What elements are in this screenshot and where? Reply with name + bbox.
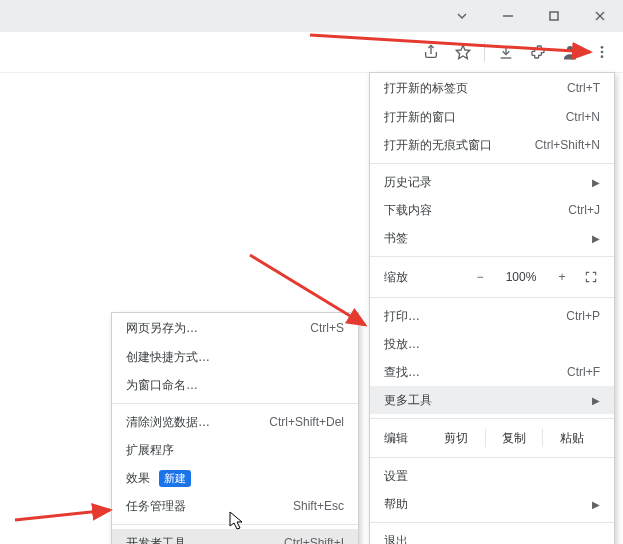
- star-icon[interactable]: [448, 37, 478, 67]
- menu-label: 下载内容: [384, 202, 568, 219]
- toolbar-separator: [484, 42, 485, 62]
- menu-label: 查找…: [384, 364, 567, 381]
- menu-help[interactable]: 帮助 ▶: [370, 490, 614, 518]
- profile-icon[interactable]: [555, 37, 585, 67]
- menu-separator: [370, 297, 614, 298]
- menu-more-tools[interactable]: 更多工具 ▶: [370, 386, 614, 414]
- menu-label: 创建快捷方式…: [126, 349, 344, 366]
- edit-paste-button[interactable]: 粘贴: [542, 429, 600, 447]
- svg-marker-4: [456, 45, 469, 58]
- svg-point-8: [601, 55, 604, 58]
- submenu-arrow-icon: ▶: [592, 177, 600, 188]
- menu-label: 更多工具: [384, 392, 584, 409]
- menu-separator: [112, 524, 358, 525]
- submenu-create-shortcut[interactable]: 创建快捷方式…: [112, 343, 358, 371]
- menu-label: 历史记录: [384, 174, 584, 191]
- menu-label: 打开新的窗口: [384, 109, 566, 126]
- main-menu: 打开新的标签页 Ctrl+T 打开新的窗口 Ctrl+N 打开新的无痕式窗口 C…: [369, 72, 615, 544]
- kebab-menu-icon[interactable]: [587, 37, 617, 67]
- menu-zoom-row: 缩放 − 100% +: [370, 261, 614, 293]
- menu-label: 任务管理器: [126, 498, 293, 515]
- menu-shortcut: Ctrl+J: [568, 203, 600, 217]
- menu-label: 打印…: [384, 308, 566, 325]
- menu-settings[interactable]: 设置: [370, 462, 614, 490]
- menu-cast[interactable]: 投放…: [370, 330, 614, 358]
- menu-label: 打开新的标签页: [384, 80, 567, 97]
- menu-shortcut: Ctrl+T: [567, 81, 600, 95]
- menu-print[interactable]: 打印… Ctrl+P: [370, 302, 614, 330]
- menu-label: 为窗口命名…: [126, 377, 344, 394]
- menu-shortcut: Ctrl+P: [566, 309, 600, 323]
- submenu-performance[interactable]: 效果 新建: [112, 464, 358, 492]
- menu-shortcut: Shift+Esc: [293, 499, 344, 513]
- window-titlebar: [0, 0, 623, 32]
- submenu-arrow-icon: ▶: [592, 395, 600, 406]
- menu-label: 书签: [384, 230, 584, 247]
- more-tools-submenu: 网页另存为… Ctrl+S 创建快捷方式… 为窗口命名… 清除浏览数据… Ctr…: [111, 312, 359, 544]
- menu-separator: [370, 256, 614, 257]
- download-icon[interactable]: [491, 37, 521, 67]
- menu-label: 网页另存为…: [126, 320, 310, 337]
- share-icon[interactable]: [416, 37, 446, 67]
- menu-separator: [370, 418, 614, 419]
- menu-shortcut: Ctrl+Shift+I: [284, 536, 344, 544]
- zoom-percent: 100%: [500, 270, 542, 284]
- window-minimize-button[interactable]: [485, 0, 531, 32]
- menu-edit-row: 编辑 剪切 复制 粘贴: [370, 423, 614, 453]
- menu-new-incognito[interactable]: 打开新的无痕式窗口 Ctrl+Shift+N: [370, 131, 614, 159]
- browser-toolbar: [0, 32, 623, 73]
- menu-label: 扩展程序: [126, 442, 344, 459]
- fullscreen-icon[interactable]: [582, 270, 600, 284]
- toolbar-right-group: [416, 32, 617, 72]
- submenu-extensions[interactable]: 扩展程序: [112, 436, 358, 464]
- submenu-arrow-icon: ▶: [592, 499, 600, 510]
- submenu-arrow-icon: ▶: [592, 233, 600, 244]
- menu-label: 缩放: [384, 269, 408, 286]
- menu-separator: [112, 403, 358, 404]
- menu-label: 打开新的无痕式窗口: [384, 137, 535, 154]
- edit-copy-button[interactable]: 复制: [485, 429, 543, 447]
- menu-history[interactable]: 历史记录 ▶: [370, 168, 614, 196]
- edit-cut-button[interactable]: 剪切: [428, 429, 485, 447]
- menu-label: 编辑: [384, 430, 408, 447]
- menu-shortcut: Ctrl+S: [310, 321, 344, 335]
- menu-bookmarks[interactable]: 书签 ▶: [370, 224, 614, 252]
- menu-exit[interactable]: 退出: [370, 527, 614, 544]
- menu-separator: [370, 457, 614, 458]
- menu-shortcut: Ctrl+F: [567, 365, 600, 379]
- submenu-dev-tools[interactable]: 开发者工具 Ctrl+Shift+I: [112, 529, 358, 544]
- window-close-button[interactable]: [577, 0, 623, 32]
- svg-point-5: [567, 46, 573, 52]
- menu-shortcut: Ctrl+Shift+Del: [269, 415, 344, 429]
- menu-label: 投放…: [384, 336, 600, 353]
- menu-label: 设置: [384, 468, 600, 485]
- menu-find[interactable]: 查找… Ctrl+F: [370, 358, 614, 386]
- extensions-icon[interactable]: [523, 37, 553, 67]
- submenu-task-manager[interactable]: 任务管理器 Shift+Esc: [112, 492, 358, 520]
- menu-shortcut: Ctrl+N: [566, 110, 600, 124]
- svg-rect-1: [550, 12, 558, 20]
- menu-downloads[interactable]: 下载内容 Ctrl+J: [370, 196, 614, 224]
- menu-new-tab[interactable]: 打开新的标签页 Ctrl+T: [370, 73, 614, 103]
- new-badge: 新建: [159, 470, 191, 487]
- submenu-name-window[interactable]: 为窗口命名…: [112, 371, 358, 399]
- submenu-clear-data[interactable]: 清除浏览数据… Ctrl+Shift+Del: [112, 408, 358, 436]
- menu-label: 清除浏览数据…: [126, 414, 269, 431]
- zoom-in-button[interactable]: +: [552, 270, 572, 284]
- menu-label: 退出: [384, 533, 600, 545]
- menu-new-window[interactable]: 打开新的窗口 Ctrl+N: [370, 103, 614, 131]
- menu-label: 开发者工具: [126, 535, 284, 545]
- menu-separator: [370, 522, 614, 523]
- window-maximize-button[interactable]: [531, 0, 577, 32]
- window-controls: [439, 0, 623, 32]
- menu-separator: [370, 163, 614, 164]
- svg-point-7: [601, 51, 604, 54]
- menu-label: 效果 新建: [126, 470, 344, 487]
- menu-text: 效果: [126, 471, 150, 485]
- menu-label: 帮助: [384, 496, 584, 513]
- zoom-out-button[interactable]: −: [470, 270, 490, 284]
- svg-point-6: [601, 46, 604, 49]
- window-tab-dropdown-icon[interactable]: [439, 0, 485, 32]
- submenu-save-as[interactable]: 网页另存为… Ctrl+S: [112, 313, 358, 343]
- menu-shortcut: Ctrl+Shift+N: [535, 138, 600, 152]
